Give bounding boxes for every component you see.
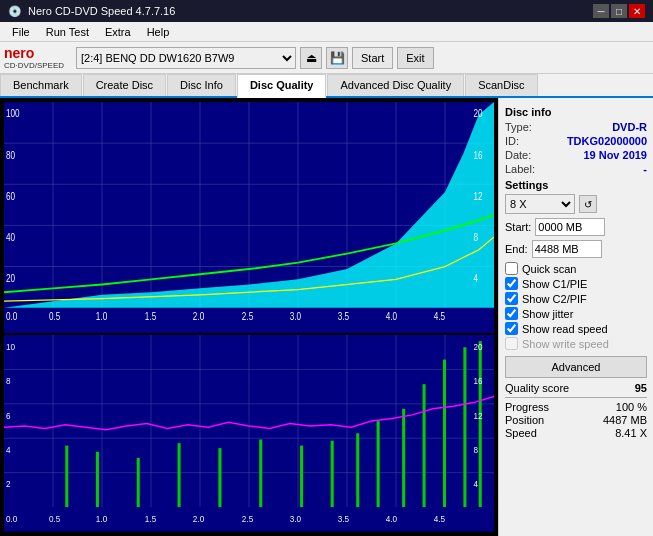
disc-id-row: ID: TDKG02000000: [505, 135, 647, 147]
title-bar-controls[interactable]: ─ □ ✕: [593, 4, 645, 18]
id-value: TDKG02000000: [567, 135, 647, 147]
svg-text:1.5: 1.5: [145, 312, 156, 323]
quality-score-label: Quality score: [505, 382, 569, 394]
tab-scan-disc[interactable]: ScanDisc: [465, 74, 537, 96]
svg-rect-59: [402, 409, 405, 507]
type-value: DVD-R: [612, 121, 647, 133]
svg-text:16: 16: [474, 376, 483, 387]
svg-text:40: 40: [6, 232, 15, 243]
start-row: Start:: [505, 218, 647, 236]
menu-run-test[interactable]: Run Test: [38, 24, 97, 40]
speed-row: 8 X 4 X Maximum ↺: [505, 194, 647, 214]
save-icon[interactable]: 💾: [326, 47, 348, 69]
show-read-speed-checkbox[interactable]: [505, 322, 518, 335]
svg-text:12: 12: [474, 191, 483, 202]
svg-rect-57: [356, 434, 359, 508]
quality-score-row: Quality score 95: [505, 382, 647, 394]
date-label: Date:: [505, 149, 531, 161]
svg-text:0.0: 0.0: [6, 312, 17, 323]
exit-button[interactable]: Exit: [397, 47, 433, 69]
nero-logo: nero: [4, 45, 64, 61]
svg-text:2.0: 2.0: [193, 513, 204, 524]
quick-scan-row: Quick scan: [505, 262, 647, 275]
svg-text:6: 6: [6, 410, 11, 421]
close-button[interactable]: ✕: [629, 4, 645, 18]
svg-text:1.5: 1.5: [145, 513, 156, 524]
drive-select[interactable]: [2:4] BENQ DD DW1620 B7W9: [76, 47, 296, 69]
label-label: Label:: [505, 163, 535, 175]
settings-title: Settings: [505, 179, 647, 191]
svg-text:2.5: 2.5: [242, 312, 253, 323]
quick-scan-checkbox[interactable]: [505, 262, 518, 275]
svg-text:4.0: 4.0: [386, 513, 397, 524]
show-c2-pif-label: Show C2/PIF: [522, 293, 587, 305]
refresh-icon[interactable]: ↺: [579, 195, 597, 213]
show-c1-pie-row: Show C1/PIE: [505, 277, 647, 290]
svg-text:20: 20: [6, 273, 15, 284]
show-write-speed-row: Show write speed: [505, 337, 647, 350]
top-chart: 100 80 60 40 20 20 16 12 8 4 0.0 0.5 1.0…: [4, 102, 494, 333]
svg-text:2.0: 2.0: [193, 312, 204, 323]
show-read-speed-row: Show read speed: [505, 322, 647, 335]
svg-text:0.5: 0.5: [49, 312, 60, 323]
svg-text:4.5: 4.5: [434, 513, 445, 524]
end-row: End:: [505, 240, 647, 258]
svg-rect-58: [377, 421, 380, 507]
svg-text:3.5: 3.5: [338, 312, 349, 323]
eject-icon[interactable]: ⏏: [300, 47, 322, 69]
svg-text:80: 80: [6, 150, 15, 161]
svg-rect-55: [300, 446, 303, 507]
svg-text:3.0: 3.0: [290, 513, 301, 524]
svg-rect-56: [331, 441, 334, 507]
svg-rect-54: [259, 440, 262, 508]
title-bar-left: 💿 Nero CD-DVD Speed 4.7.7.16: [8, 5, 175, 18]
app-icon: 💿: [8, 5, 22, 18]
progress-label: Progress: [505, 401, 549, 413]
svg-rect-62: [463, 348, 466, 508]
menu-file[interactable]: File: [4, 24, 38, 40]
advanced-button[interactable]: Advanced: [505, 356, 647, 378]
progress-row: Progress 100 %: [505, 401, 647, 413]
menu-bar: File Run Test Extra Help: [0, 22, 653, 42]
bottom-chart: 10 8 6 4 2 20 16 12 8 4 0.0 0.5 1.0 1.5: [4, 335, 494, 532]
menu-help[interactable]: Help: [139, 24, 178, 40]
tab-disc-info[interactable]: Disc Info: [167, 74, 236, 96]
show-jitter-label: Show jitter: [522, 308, 573, 320]
svg-text:0.0: 0.0: [6, 513, 17, 524]
position-label: Position: [505, 414, 544, 426]
svg-text:4.5: 4.5: [434, 312, 445, 323]
svg-rect-52: [178, 444, 181, 508]
end-label: End:: [505, 243, 528, 255]
tab-create-disc[interactable]: Create Disc: [83, 74, 166, 96]
menu-extra[interactable]: Extra: [97, 24, 139, 40]
svg-text:3.0: 3.0: [290, 312, 301, 323]
date-value: 19 Nov 2019: [583, 149, 647, 161]
svg-text:4: 4: [474, 273, 479, 284]
speed-label: Speed: [505, 427, 537, 439]
show-read-speed-label: Show read speed: [522, 323, 608, 335]
svg-text:12: 12: [474, 410, 483, 421]
show-c2-pif-checkbox[interactable]: [505, 292, 518, 305]
svg-text:1.0: 1.0: [96, 312, 107, 323]
speed-select[interactable]: 8 X 4 X Maximum: [505, 194, 575, 214]
tab-benchmark[interactable]: Benchmark: [0, 74, 82, 96]
svg-text:4.0: 4.0: [386, 312, 397, 323]
show-jitter-checkbox[interactable]: [505, 307, 518, 320]
logo: nero CD·DVD/SPEED: [4, 45, 64, 70]
start-button[interactable]: Start: [352, 47, 393, 69]
svg-text:8: 8: [6, 376, 11, 387]
minimize-button[interactable]: ─: [593, 4, 609, 18]
svg-text:16: 16: [474, 150, 483, 161]
start-value-input[interactable]: [535, 218, 605, 236]
svg-text:8: 8: [474, 232, 479, 243]
svg-text:20: 20: [474, 109, 483, 120]
maximize-button[interactable]: □: [611, 4, 627, 18]
title-bar-text: Nero CD-DVD Speed 4.7.7.16: [28, 5, 175, 17]
show-c1-pie-checkbox[interactable]: [505, 277, 518, 290]
end-value-input[interactable]: [532, 240, 602, 258]
right-panel: Disc info Type: DVD-R ID: TDKG02000000 D…: [498, 98, 653, 536]
disc-type-row: Type: DVD-R: [505, 121, 647, 133]
tab-advanced-disc-quality[interactable]: Advanced Disc Quality: [327, 74, 464, 96]
svg-text:8: 8: [474, 445, 479, 456]
tab-disc-quality[interactable]: Disc Quality: [237, 74, 327, 98]
